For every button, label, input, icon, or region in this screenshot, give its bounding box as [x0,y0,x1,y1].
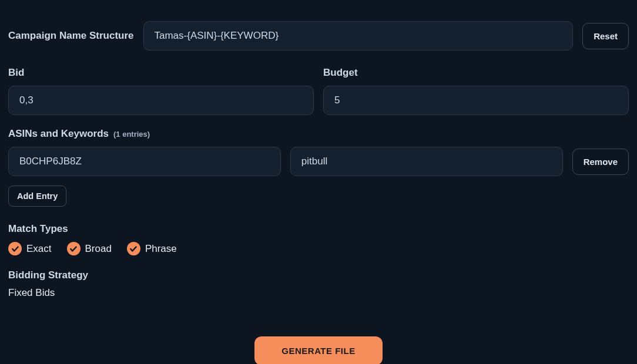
bidding-strategy-label: Bidding Strategy [8,269,629,281]
budget-input[interactable] [323,86,629,115]
keyword-input[interactable] [290,147,563,176]
asin-keywords-label: ASINs and Keywords [8,128,109,140]
check-icon [8,242,22,255]
match-option-phrase[interactable]: Phrase [127,242,177,255]
add-entry-button[interactable]: Add Entry [8,186,66,207]
check-icon [67,242,81,255]
bidding-strategy-value: Fixed Bids [8,287,629,299]
campaign-structure-label: Campaign Name Structure [8,30,134,42]
check-icon [127,242,140,255]
entries-count: (1 entries) [113,130,150,139]
asin-entry-row: Remove [8,147,629,176]
remove-button[interactable]: Remove [572,149,629,175]
match-option-label: Exact [26,243,52,255]
reset-button[interactable]: Reset [582,23,629,49]
match-option-label: Broad [85,243,112,255]
match-option-label: Phrase [145,243,177,255]
match-option-broad[interactable]: Broad [67,242,112,255]
match-option-exact[interactable]: Exact [8,242,52,255]
match-types-label: Match Types [8,223,629,235]
bid-label: Bid [8,67,314,79]
bid-input[interactable] [8,86,314,115]
generate-file-button[interactable]: GENERATE FILE [254,336,382,364]
budget-label: Budget [323,67,629,79]
campaign-structure-input[interactable] [143,21,574,50]
asin-input[interactable] [8,147,281,176]
